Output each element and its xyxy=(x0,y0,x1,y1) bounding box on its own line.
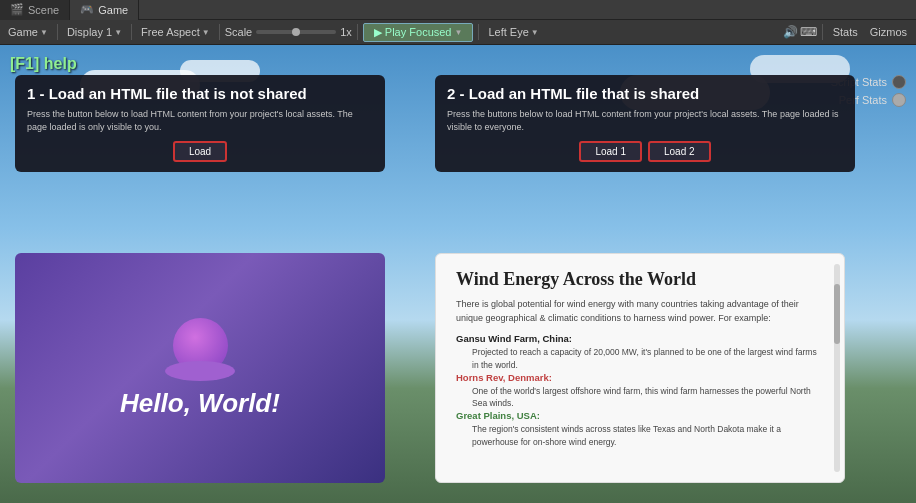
audio-icon: 🔊 xyxy=(783,25,798,39)
stats-button[interactable]: Stats xyxy=(828,25,863,39)
toolbar: Game ▼ Display 1 ▼ Free Aspect ▼ Scale 1… xyxy=(0,20,916,45)
display-chevron-icon: ▼ xyxy=(114,28,122,37)
tab-scene[interactable]: 🎬 Scene xyxy=(0,0,70,20)
game-dropdown[interactable]: Game ▼ xyxy=(4,24,52,40)
card-left-buttons: Load xyxy=(27,141,373,162)
perf-stats-toggle[interactable] xyxy=(892,93,906,107)
play-icon: ▶ xyxy=(374,26,382,39)
section-plains-text: The region's consistent winds across sta… xyxy=(472,423,824,449)
section-horns-text: One of the world's largest offshore wind… xyxy=(472,385,824,411)
play-focused-button[interactable]: ▶ Play Focused ▼ xyxy=(363,23,474,42)
scrollbar-track xyxy=(834,264,840,472)
separator4 xyxy=(357,24,358,40)
section-plains-title: Great Plains, USA: xyxy=(456,410,824,421)
separator5 xyxy=(478,24,479,40)
scale-thumb xyxy=(292,28,300,36)
article-intro: There is global potential for wind energ… xyxy=(456,298,824,325)
card-left-desc: Press the button below to load HTML cont… xyxy=(27,108,373,133)
game-chevron-icon: ▼ xyxy=(40,28,48,37)
card-right-desc: Press the buttons below to load HTML con… xyxy=(447,108,843,133)
eye-chevron-icon: ▼ xyxy=(531,28,539,37)
scale-track[interactable] xyxy=(256,30,336,34)
section-horns-title: Horns Rev, Denmark: xyxy=(456,372,824,383)
card-wind-energy: Wind Energy Across the World There is gl… xyxy=(435,253,845,483)
card-right-title: 2 - Load an HTML file that is shared xyxy=(447,85,843,102)
script-stats-toggle[interactable] xyxy=(892,75,906,89)
tab-bar: 🎬 Scene 🎮 Game xyxy=(0,0,916,20)
avatar xyxy=(173,318,228,373)
display-dropdown[interactable]: Display 1 ▼ xyxy=(63,24,126,40)
game-view: [F1] help Script Stats Perf Stats 1 - Lo… xyxy=(0,45,916,503)
separator2 xyxy=(131,24,132,40)
article-title: Wind Energy Across the World xyxy=(456,269,824,290)
gizmos-button[interactable]: Gizmos xyxy=(865,25,912,39)
keyboard-icon: ⌨ xyxy=(800,25,817,39)
tab-game[interactable]: 🎮 Game xyxy=(70,0,139,20)
left-eye-dropdown[interactable]: Left Eye ▼ xyxy=(484,24,542,40)
right-tools: 🔊 ⌨ Stats Gizmos xyxy=(783,24,912,40)
load-button[interactable]: Load xyxy=(173,141,227,162)
section-gansu-title: Gansu Wind Farm, China: xyxy=(456,333,824,344)
game-icon: 🎮 xyxy=(80,3,94,16)
scene-icon: 🎬 xyxy=(10,3,24,16)
section-gansu-text: Projected to reach a capacity of 20,000 … xyxy=(472,346,824,372)
scrollbar-thumb[interactable] xyxy=(834,284,840,344)
aspect-dropdown[interactable]: Free Aspect ▼ xyxy=(137,24,214,40)
load1-button[interactable]: Load 1 xyxy=(579,141,642,162)
hello-world-text: Hello, World! xyxy=(120,388,280,419)
card-not-shared: 1 - Load an HTML file that is not shared… xyxy=(15,75,385,172)
aspect-chevron-icon: ▼ xyxy=(202,28,210,37)
separator6 xyxy=(822,24,823,40)
scale-control[interactable]: Scale 1x xyxy=(225,26,352,38)
play-chevron-icon: ▼ xyxy=(455,28,463,37)
separator xyxy=(57,24,58,40)
load2-button[interactable]: Load 2 xyxy=(648,141,711,162)
card-right-buttons: Load 1 Load 2 xyxy=(447,141,843,162)
separator3 xyxy=(219,24,220,40)
card-hello-world: Hello, World! xyxy=(15,253,385,483)
f1-help-text: [F1] help xyxy=(10,55,77,73)
card-shared: 2 - Load an HTML file that is shared Pre… xyxy=(435,75,855,172)
card-left-title: 1 - Load an HTML file that is not shared xyxy=(27,85,373,102)
